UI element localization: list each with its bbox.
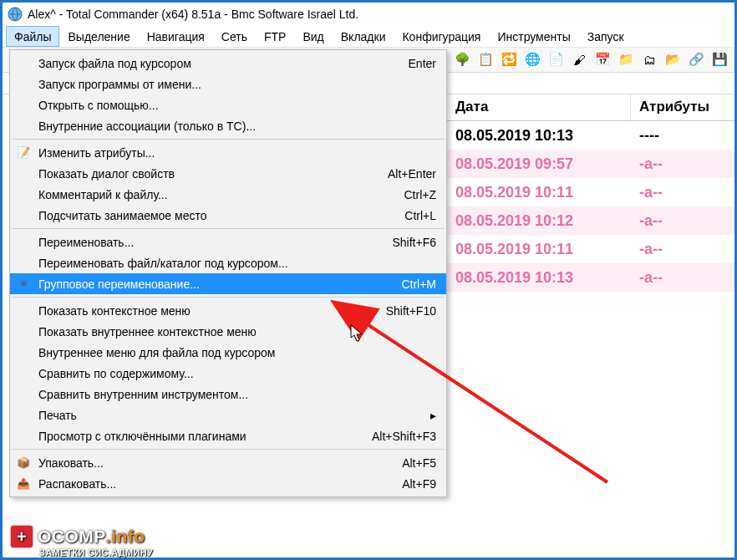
menu-item[interactable]: Печать▸ [10,405,446,425]
menu-item[interactable]: Комментарий к файлу...Ctrl+Z [10,184,446,205]
menu-выделение[interactable]: Выделение [59,26,138,47]
menu-файлы[interactable]: Файлы [6,26,59,47]
table-row[interactable]: 08.05.2019 10:11-a-- [447,235,734,263]
menu-вкладки[interactable]: Вкладки [333,26,394,47]
app-icon [8,7,23,22]
notepad-icon[interactable]: 📄 [547,51,564,68]
menu-item[interactable]: ✳Групповое переименование...Ctrl+M [10,273,446,294]
menu-item-shortcut: Ctrl+Z [388,188,437,201]
menu-инструменты[interactable]: Инструменты [489,26,578,47]
menu-separator [12,297,445,298]
menu-item-shortcut: Shift+F10 [369,304,436,318]
watermark-logo: + OCOMP.info [11,526,145,547]
watermark-suffix: .info [106,527,145,547]
menu-item[interactable]: Сравнить по содержимому... [10,363,446,384]
cell-attr: -a-- [631,211,734,232]
tree-icon[interactable]: 🌳 [454,51,470,68]
table-row[interactable]: 08.05.2019 10:11-a-- [447,178,734,206]
menu-item[interactable]: 📝Изменить атрибуты... [10,142,446,163]
cell-date: 08.05.2019 10:13 [447,125,631,146]
cell-attr: -a-- [631,239,734,260]
menu-item-label: Просмотр с отключёнными плагинами [38,430,247,443]
menu-item[interactable]: Показать контекстное менюShift+F10 [10,300,446,321]
files-menu-dropdown: Запуск файла под курсоромEnterЗапуск про… [9,49,447,497]
submenu-arrow-icon: ▸ [414,409,436,422]
cell-attr: -a-- [631,267,734,288]
menu-item-label: Запуск файла под курсором [38,57,191,70]
col-header-attr[interactable]: Атрибуты [631,94,734,120]
menu-item[interactable]: Переименовать файл/каталог под курсором.… [10,252,446,273]
menu-separator [12,228,445,229]
cell-attr: -a-- [631,154,734,175]
link-icon[interactable]: 🔗 [688,51,704,68]
pack-icon: 📦 [17,456,30,469]
menu-item[interactable]: Запуск программы от имени... [10,74,446,94]
folder3-icon[interactable]: 📂 [664,51,681,68]
table-row[interactable]: 08.05.2019 09:57-a-- [447,150,734,178]
table-row[interactable]: 08.05.2019 10:13-a-- [447,263,734,292]
sync-icon[interactable]: 🔁 [501,51,517,68]
menu-сеть[interactable]: Сеть [213,26,256,47]
disk-icon[interactable]: 💾 [711,51,728,68]
watermark-main: OCOMP [38,527,106,547]
menu-item-shortcut: Alt+Enter [371,167,436,181]
menu-item[interactable]: 📦Упаковать...Alt+F5 [10,452,446,473]
menu-item-label: Печать [38,409,77,422]
menu-item[interactable]: Запуск файла под курсоромEnter [10,53,446,74]
titlebar: Alex^ - Total Commander (x64) 8.51a - Bm… [3,3,734,26]
unpack-icon: 📤 [17,476,30,490]
cell-attr: -a-- [631,182,734,203]
watermark-sub: ЗАМЕТКИ СИС.АДМИНУ [39,547,153,557]
menu-item[interactable]: Показать внутреннее контекстное меню [10,321,446,342]
ftp-icon[interactable]: 🌐 [524,51,541,68]
menu-item-label: Внутреннее меню для файла под курсором [38,346,275,359]
menu-item[interactable]: Подсчитать занимаемое местоCtrl+L [10,205,446,226]
menu-item[interactable]: Переименовать...Shift+F6 [10,232,446,252]
col-header-date[interactable]: Дата [447,94,631,120]
menu-навигация[interactable]: Навигация [139,26,213,47]
menu-item-label: Подсчитать занимаемое место [38,209,207,222]
cell-attr: ---- [631,125,734,146]
table-row[interactable]: 08.05.2019 10:13---- [447,121,734,150]
menu-item[interactable]: Открыть с помощью... [10,94,446,115]
menu-конфигурация[interactable]: Конфигурация [394,26,489,47]
cell-date: 08.05.2019 10:13 [447,267,631,288]
menu-item-shortcut: Alt+F9 [385,477,436,491]
menu-item[interactable]: Внутренние ассоциации (только в TC)... [10,115,446,136]
menu-item[interactable]: 📤Распаковать...Alt+F9 [10,473,446,494]
menu-item-label: Показать контекстное меню [38,304,191,318]
menu-запуск[interactable]: Запуск [579,26,633,47]
menu-item-label: Упаковать... [38,456,104,470]
menu-item-label: Внутренние ассоциации (только в TC)... [38,120,256,133]
window-title: Alex^ - Total Commander (x64) 8.51a - Bm… [28,8,358,21]
menu-item-label: Комментарий к файлу... [38,188,168,201]
cell-date: 08.05.2019 10:11 [447,182,631,203]
menu-item-shortcut: Shift+F6 [375,236,436,249]
menu-item-label: Сравнить по содержимому... [38,367,194,380]
menu-item-label: Групповое переименование... [38,277,200,291]
menu-item-label: Распаковать... [38,477,116,491]
menu-item-label: Показать диалог свойств [38,167,175,181]
menu-item-label: Изменить атрибуты... [38,146,155,160]
table-row[interactable]: 08.05.2019 10:12-a-- [447,206,734,235]
menu-item[interactable]: Показать диалог свойствAlt+Enter [10,163,446,184]
folder-icon[interactable]: 📁 [618,51,634,68]
folder2-icon[interactable]: 🗂 [641,51,658,68]
menu-item-label: Переименовать файл/каталог под курсором.… [38,257,288,270]
menu-item-shortcut: Alt+F5 [385,456,436,470]
menu-item[interactable]: Внутреннее меню для файла под курсором [10,342,446,363]
menu-item[interactable]: Сравнить внутренним инструментом... [10,384,446,405]
brush-icon[interactable]: 🖌 [571,51,587,68]
menu-separator [12,139,445,140]
menu-вид[interactable]: Вид [294,26,332,47]
menubar: ФайлыВыделениеНавигацияСетьFTPВидВкладки… [3,26,734,48]
multi-rename-icon: ✳ [17,277,30,290]
menu-item[interactable]: Просмотр с отключёнными плагинамиAlt+Shi… [10,425,446,446]
copy-icon[interactable]: 📋 [477,51,494,68]
panel-header[interactable]: Дата Атрибуты [447,94,734,121]
calendar-icon[interactable]: 📅 [594,51,611,68]
plus-icon: + [11,526,33,547]
menu-item-shortcut: Ctrl+M [384,277,436,291]
cell-date: 08.05.2019 10:11 [447,239,631,260]
menu-ftp[interactable]: FTP [256,26,294,47]
